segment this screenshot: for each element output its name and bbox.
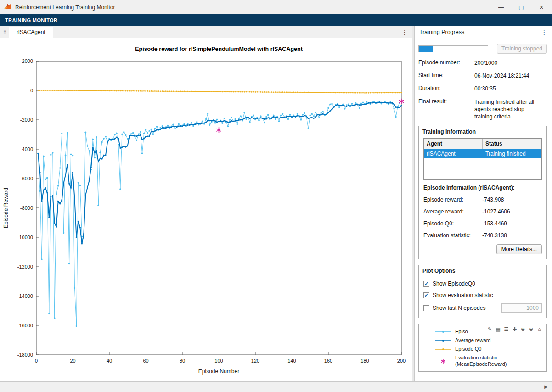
maximize-button[interactable]: ▢ <box>511 0 531 14</box>
minimize-button[interactable]: — <box>491 0 511 14</box>
svg-text:40: 40 <box>107 358 112 364</box>
field-duration: Duration: 00:30:35 <box>418 85 547 92</box>
agents-table-header: Agent Status <box>424 139 541 149</box>
agents-table: Agent Status rlSACAgent Training finishe… <box>423 138 542 180</box>
toolstrip: TRAINING MONITOR <box>0 14 552 26</box>
field-episode-number: Episode number: 200/1000 <box>418 59 547 67</box>
field-final-result: Final result: Training finished after al… <box>418 98 547 121</box>
svg-text:80: 80 <box>180 358 185 364</box>
svg-text:60: 60 <box>143 358 148 364</box>
training-stopped-button[interactable]: Training stopped <box>497 44 547 54</box>
svg-text:-2000: -2000 <box>20 117 33 123</box>
panel-drag-handle-icon[interactable]: ⠿ <box>0 29 9 34</box>
svg-text:-16000: -16000 <box>17 323 33 328</box>
svg-text:Episode reward for rlSimplePen: Episode reward for rlSimplePendulumModel… <box>135 46 303 52</box>
svg-text:100: 100 <box>214 358 223 364</box>
training-progress-panel: Training Progress ⋮ Training stopped Epi… <box>414 26 552 381</box>
field-start-time: Start time: 06-Nov-2024 18:21:44 <box>418 72 547 79</box>
datatips-icon[interactable]: ☰ <box>503 325 510 333</box>
table-empty-area <box>424 158 541 179</box>
table-row[interactable]: rlSACAgent Training finished <box>424 149 541 158</box>
app-window: Reinforcement Learning Training Monitor … <box>0 0 552 392</box>
chart-panel: ⠿ rlSACAgent ⋮ 0204060801001201401601802… <box>0 26 412 381</box>
svg-text:140: 140 <box>287 358 296 364</box>
episode-information-title: Episode Information (rlSACAgent): <box>423 185 542 191</box>
matlab-logo-icon <box>4 3 12 11</box>
svg-text:160: 160 <box>324 358 332 364</box>
stat-episode-q0: Episode Q0: -153.4469 <box>423 220 542 227</box>
svg-text:-6000: -6000 <box>20 176 33 181</box>
progress-row: Training stopped <box>418 44 547 54</box>
svg-text:20: 20 <box>70 358 75 364</box>
reward-plot: 02040608010012014016018020020000-2000-40… <box>0 38 411 381</box>
more-details-button[interactable]: More Details... <box>496 244 542 254</box>
window-title: Reinforcement Learning Training Monitor <box>15 4 115 11</box>
main-content: ⠿ rlSACAgent ⋮ 0204060801001201401601802… <box>0 26 552 381</box>
edit-plot-icon[interactable]: ✎ <box>486 325 493 333</box>
svg-text:-14000: -14000 <box>17 293 33 299</box>
tab-options-menu-icon[interactable]: ⋮ <box>401 28 408 36</box>
restore-view-icon[interactable]: ⌂ <box>536 325 543 333</box>
last-n-episodes-input[interactable] <box>501 303 542 313</box>
tab-training-monitor[interactable]: TRAINING MONITOR <box>5 17 57 23</box>
progress-bar <box>418 45 488 52</box>
pan-icon[interactable]: ✚ <box>511 325 518 333</box>
svg-text:-8000: -8000 <box>20 205 33 211</box>
copy-icon[interactable]: ▤ <box>495 325 501 333</box>
checkbox-show-last-n-episodes[interactable]: Show last N episodes <box>423 303 542 313</box>
close-button[interactable]: ✕ <box>531 0 552 14</box>
svg-text:120: 120 <box>251 358 259 364</box>
plot-options-title: Plot Options <box>419 265 546 275</box>
legend-box: ✎▤☰✚⊕⊖⌂ Episo Average reward Episode Q0 <box>418 324 547 372</box>
training-information-box: Training Information Agent Status rlSACA… <box>418 126 547 259</box>
panel-options-menu-icon[interactable]: ⋮ <box>541 28 547 36</box>
axes-toolbar: ✎▤☰✚⊕⊖⌂ <box>486 325 543 333</box>
expand-statusbar-icon[interactable]: ▶ <box>544 384 548 389</box>
reward-chart-area: 02040608010012014016018020020000-2000-40… <box>0 38 412 381</box>
svg-text:-10000: -10000 <box>17 235 33 240</box>
stat-episode-reward: Episode reward: -743.908 <box>423 196 542 203</box>
svg-text:0: 0 <box>35 358 38 364</box>
legend-entry-average-reward: Average reward <box>434 336 546 345</box>
svg-text:Episode Reward: Episode Reward <box>3 188 9 228</box>
training-progress-header: Training Progress ⋮ <box>415 26 552 38</box>
legend-asterisk-icon <box>434 358 452 365</box>
tab-label: rlSACAgent <box>17 29 45 35</box>
training-information-title: Training Information <box>419 126 546 136</box>
titlebar: Reinforcement Learning Training Monitor … <box>0 0 552 14</box>
checkbox-show-evaluation-statistic[interactable]: Show evaluation statistic <box>423 292 542 298</box>
svg-text:2000: 2000 <box>22 58 33 64</box>
statusbar: ▶ <box>0 381 552 392</box>
document-tabstrip: ⠿ rlSACAgent ⋮ <box>0 26 412 38</box>
stat-average-reward: Average reward: -1027.4606 <box>423 208 542 215</box>
checkbox-icon[interactable] <box>423 281 429 287</box>
zoom-in-icon[interactable]: ⊕ <box>519 325 526 333</box>
zoom-out-icon[interactable]: ⊖ <box>528 325 535 333</box>
svg-text:-18000: -18000 <box>17 352 33 358</box>
legend-line-average-reward <box>434 337 452 344</box>
svg-text:180: 180 <box>360 358 369 364</box>
svg-text:0: 0 <box>30 88 33 93</box>
window-controls: — ▢ ✕ <box>491 0 552 14</box>
checkbox-icon[interactable] <box>423 305 429 311</box>
legend-entry-episode-q0: Episode Q0 <box>434 345 546 353</box>
svg-text:200: 200 <box>397 358 406 364</box>
checkbox-icon[interactable] <box>423 292 429 298</box>
svg-text:-4000: -4000 <box>20 146 33 152</box>
legend-line-episode-q0 <box>434 346 452 353</box>
training-progress-body: Training stopped Episode number: 200/100… <box>415 38 552 381</box>
training-progress-title: Training Progress <box>419 29 464 35</box>
plot-options-box: Plot Options Show EpisodeQ0 Show evaluat… <box>418 265 547 318</box>
legend-line-episode-reward <box>434 329 452 335</box>
stat-evaluation-statistic: Evaluation statistic: -740.3138 <box>423 232 542 239</box>
checkbox-show-episodeq0[interactable]: Show EpisodeQ0 <box>423 280 542 287</box>
legend-entry-evaluation-statistic: Evaluation statistic (MeanEpisodeReward) <box>434 355 546 368</box>
svg-text:Episode Number: Episode Number <box>198 368 239 375</box>
progress-bar-fill <box>419 46 433 52</box>
tab-rlsacagent[interactable]: rlSACAgent <box>9 27 53 38</box>
svg-text:-12000: -12000 <box>17 264 33 269</box>
